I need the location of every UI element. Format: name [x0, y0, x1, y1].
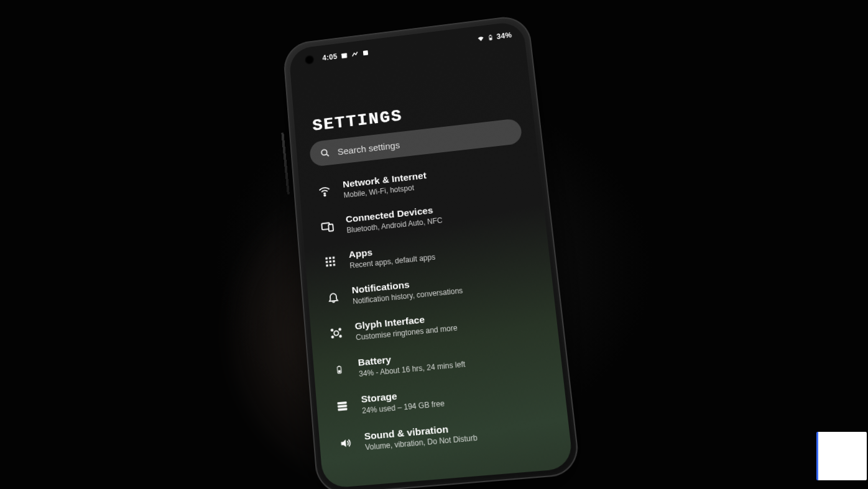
svg-point-21: [331, 329, 333, 331]
bell-icon: [325, 288, 342, 306]
svg-point-24: [339, 336, 341, 337]
svg-rect-13: [333, 257, 335, 259]
overlay-card: [816, 432, 867, 480]
svg-rect-12: [329, 257, 331, 259]
battery-icon: [487, 34, 495, 42]
svg-rect-30: [338, 408, 347, 411]
phone-screen: 4:05: [289, 21, 573, 488]
svg-rect-16: [333, 260, 335, 263]
svg-rect-19: [333, 263, 336, 266]
devices-icon: [319, 217, 336, 235]
status-left: 4:05: [322, 48, 370, 62]
svg-line-7: [326, 154, 329, 157]
calendar-icon: [341, 52, 348, 60]
wifi-icon: [316, 183, 333, 200]
svg-rect-28: [337, 401, 346, 404]
search-placeholder: Search settings: [337, 139, 400, 157]
search-icon: [319, 147, 331, 159]
svg-rect-17: [326, 265, 328, 267]
photo-scene: 4:05: [0, 0, 868, 489]
volume-rocker: [281, 132, 290, 194]
status-right: 34%: [477, 31, 512, 43]
svg-point-23: [331, 336, 333, 338]
svg-rect-15: [330, 260, 332, 263]
svg-rect-4: [490, 35, 491, 35]
signal-path-icon: [351, 50, 359, 58]
svg-rect-2: [363, 50, 368, 55]
svg-rect-11: [325, 257, 328, 260]
svg-rect-27: [338, 366, 339, 367]
battery-icon: [331, 360, 348, 378]
status-time: 4:05: [322, 52, 338, 62]
svg-point-22: [339, 329, 341, 331]
svg-rect-29: [338, 404, 347, 408]
status-battery-text: 34%: [496, 31, 512, 41]
phone: 4:05: [275, 9, 575, 489]
svg-rect-10: [328, 224, 333, 231]
svg-rect-26: [338, 370, 341, 373]
svg-rect-5: [490, 38, 492, 40]
apps-icon: [322, 253, 339, 270]
screenshot-icon: [362, 49, 369, 57]
svg-rect-14: [326, 261, 328, 263]
glyph-icon: [328, 324, 345, 342]
svg-point-8: [324, 194, 325, 196]
page-title: SETTINGS: [312, 106, 403, 135]
status-bar: 4:05: [289, 27, 525, 70]
phone-body: 4:05: [282, 14, 581, 489]
storage-icon: [333, 397, 351, 415]
wifi-icon: [477, 35, 485, 43]
svg-point-6: [321, 149, 327, 155]
svg-rect-18: [330, 264, 332, 267]
svg-point-20: [334, 331, 339, 336]
volume-icon: [336, 434, 354, 452]
settings-list: Network & Internet Mobile, Wi-Fi, hotspo…: [298, 150, 573, 489]
